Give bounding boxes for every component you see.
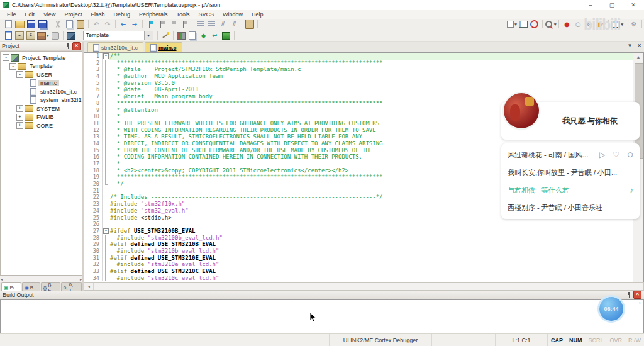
menu-window[interactable]: Window [218,10,247,19]
nav-forward-icon[interactable]: → [130,20,140,30]
code-line-5[interactable]: 5 * @version V3.5.0 [84,80,633,87]
fold-collapse-icon[interactable]: - [103,228,109,234]
batch-drop-icon[interactable]: ▾ [37,31,49,41]
save-icon[interactable] [26,20,36,30]
tree-item-stm32f10x-it-c[interactable]: stm32f10x_it.c [1,87,82,96]
save-all-icon[interactable] [37,20,47,30]
code-line-29[interactable]: 29#elif defined USE_STM3210B_EVAL [84,241,633,248]
menu-svcs[interactable]: SVCS [194,10,219,19]
song-item-4[interactable]: 西楼别序 - 尹昔眠 / 小田音乐社 [501,199,640,216]
clear-bookmarks-icon[interactable] [179,20,189,30]
build-output-content[interactable]: › [0,299,644,335]
heart-icon[interactable]: ♡ [613,150,619,159]
stop-build-icon[interactable] [50,31,60,41]
cut-icon[interactable] [53,20,63,30]
fold-collapse-icon[interactable]: - [103,53,109,59]
code-line-26[interactable]: 26 [84,221,633,228]
menu-debug[interactable]: Debug [109,10,135,19]
tree-item-core[interactable]: +CORE [1,121,82,130]
paste-icon[interactable] [75,20,86,30]
document-list-icon[interactable]: ▼ [627,43,632,48]
tree-item-system-stm32f1[interactable]: system_stm32f1 [1,96,82,105]
tree-expander-icon[interactable]: - [3,54,9,61]
tree-expander-icon[interactable]: + [16,114,23,121]
grid-kit-icon[interactable] [176,31,186,41]
tree-item-template[interactable]: -Template [1,62,82,71]
undo-icon[interactable]: ↶ [91,20,101,30]
menu-edit[interactable]: Edit [21,10,40,19]
pin-icon[interactable] [627,292,631,298]
prev-bookmark-icon[interactable] [157,20,167,30]
undo-green-icon[interactable]: ↩ [210,31,220,41]
scroll-left-icon[interactable]: ◂ [84,283,94,290]
copy-icon[interactable] [64,20,74,30]
song-item-2[interactable]: 我叫长安,你叫故里 - 尹昔眠 / 小田... [501,164,640,181]
floating-badge[interactable]: 06:44 [599,297,623,321]
tree-item-fwlib[interactable]: +FWLIB [1,113,82,122]
uncomment-icon[interactable]: // [229,20,239,30]
menu-peripherals[interactable]: Peripherals [135,10,172,19]
code-line-28[interactable]: 28 #include "stm32100b_eval_lcd.h" [84,235,633,242]
bookmark-icon[interactable] [145,20,155,30]
tree-expander-icon[interactable]: + [16,105,23,112]
scroll-up-icon[interactable]: ▲ [633,53,643,62]
target-select[interactable]: Template [83,31,145,40]
download-icon[interactable] [66,31,76,41]
code-line-2[interactable]: 2 **************************************… [84,60,633,67]
minimize-button[interactable]: – [580,0,601,10]
menu-project[interactable]: Project [60,10,86,19]
close-button[interactable]: ✕ [623,0,644,10]
album-art[interactable] [504,93,539,128]
menu-tools[interactable]: Tools [172,10,194,19]
project-tree-hscrollbar[interactable]: ◂▸ [0,276,82,282]
find-drop-icon[interactable]: ▾ [545,20,557,30]
document-tab-main-c[interactable]: main.c [145,42,182,52]
options-wand-icon[interactable] [160,31,170,41]
code-line-34[interactable]: 34 #include "stm3210c_eval_lcd.h" [84,275,633,282]
open-file-icon[interactable] [14,20,25,30]
document-tab-stm32f10x-it-c[interactable]: stm32f10x_it.c [87,42,143,52]
tree-item-user[interactable]: -USER [1,70,82,79]
song-item-3[interactable]: 与君相依 - 等什么君♪ [501,181,640,199]
code-line-30[interactable]: 30 #include "stm3210b_eval_lcd.h" [84,248,633,255]
code-line-33[interactable]: 33#elif defined USE_STM3210C_EVAL [84,268,633,275]
debug-session-icon[interactable] [530,20,540,30]
scroll-left-icon[interactable]: ◂ [1,277,3,281]
build-output-close-icon[interactable]: ✕ [633,291,641,299]
tree-expander-icon[interactable]: + [16,122,23,129]
pages-icon[interactable] [187,31,197,41]
menu-flash[interactable]: Flash [86,10,109,19]
rebuild-icon[interactable] [26,31,36,41]
scroll-right-icon[interactable]: ▸ [80,277,82,281]
next-bookmark-icon[interactable] [168,20,178,30]
breakpoint-enable-icon[interactable]: ○ [573,20,583,30]
play-icon[interactable]: ▷ [599,150,605,159]
tree-expander-icon[interactable]: - [16,71,23,78]
remove-icon[interactable]: ⊖ [627,150,633,159]
debug-card-icon[interactable] [518,20,528,30]
code-line-1[interactable]: 1-/** [84,53,633,60]
tree-item-project-template[interactable]: -Project: Template [1,53,82,62]
new-file-icon[interactable] [3,20,13,30]
menu-help[interactable]: Help [247,10,268,19]
breakpoint-icon[interactable]: ● [562,20,572,30]
document-close-icon[interactable]: ✕ [637,43,641,48]
tree-item-system[interactable]: +SYSTEM [1,104,82,113]
run-env-icon[interactable]: ◆ [199,31,209,41]
code-line-3[interactable]: 3 * @file Project/STM32F10x_StdPeriph_Te… [84,66,633,73]
song-item-1[interactable]: 风过谢桃花 - 司南 / 国风新语 /...▷♡⊖ [501,146,640,164]
code-line-31[interactable]: 31#elif defined USE_STM3210E_EVAL [84,255,633,262]
target-select-dropdown-icon[interactable]: ▾ [145,31,153,40]
now-playing-card[interactable]: 我只愿 与你相依 [501,102,640,140]
pin-icon[interactable] [66,43,70,49]
pack-icon[interactable] [221,31,231,41]
code-line-27[interactable]: 27-#ifdef USE_STM32100B_EVAL [84,228,633,235]
maximize-button[interactable]: ▢ [601,0,623,10]
project-panel-close-icon[interactable]: ✕ [72,42,80,50]
redo-icon[interactable]: ↷ [103,20,113,30]
menu-view[interactable]: View [39,10,60,19]
menu-file[interactable]: File [3,10,21,19]
tree-item-main-c[interactable]: main.c [1,79,82,88]
outdent-icon[interactable] [206,20,216,30]
translate-icon[interactable] [3,31,13,41]
